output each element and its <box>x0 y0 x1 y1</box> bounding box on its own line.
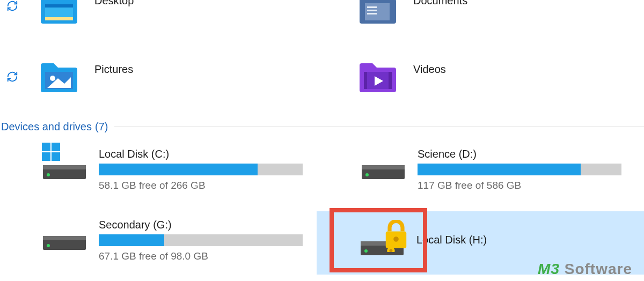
folder-item-documents[interactable]: Documents <box>358 0 467 31</box>
watermark-suffix: Software <box>560 261 632 277</box>
section-title: Devices and drives <box>1 121 92 133</box>
drive-free-text: 58.1 GB free of 266 GB <box>99 180 338 191</box>
drive-icon <box>360 224 405 258</box>
windows-badge-icon <box>42 143 61 162</box>
devices-drives-header[interactable]: Devices and drives (7) <box>1 121 644 133</box>
svg-rect-2 <box>45 17 73 20</box>
watermark-prefix: M3 <box>538 261 560 277</box>
svg-point-29 <box>364 249 368 253</box>
watermark: M3 Software <box>538 261 632 278</box>
svg-rect-22 <box>362 165 405 169</box>
section-rule <box>114 127 644 127</box>
folder-label: Videos <box>413 63 446 76</box>
refresh-icon[interactable] <box>6 3 18 14</box>
drive-capacity-bar <box>99 164 303 175</box>
documents-folder-icon <box>358 0 397 26</box>
pictures-folder-icon <box>40 62 78 94</box>
svg-rect-3 <box>365 3 390 20</box>
svg-rect-19 <box>43 165 86 169</box>
svg-rect-4 <box>367 6 377 8</box>
desktop-folder-icon <box>40 0 78 26</box>
drive-icon <box>361 148 406 182</box>
lock-icon <box>383 220 409 255</box>
svg-point-31 <box>393 236 399 242</box>
folder-label: Desktop <box>94 0 134 7</box>
drive-item-g[interactable]: Secondary (G:) 67.1 GB free of 98.0 GB <box>40 217 340 268</box>
svg-rect-25 <box>43 236 86 240</box>
drive-item-d[interactable]: Science (D:) 117 GB free of 586 GB <box>358 146 643 197</box>
svg-point-26 <box>47 244 50 247</box>
folder-label: Documents <box>413 0 467 7</box>
drive-free-text: 117 GB free of 586 GB <box>418 180 641 191</box>
svg-rect-15 <box>52 143 60 151</box>
svg-point-23 <box>365 173 369 176</box>
folder-label: Pictures <box>94 63 133 76</box>
drive-name: Secondary (G:) <box>99 219 338 231</box>
svg-rect-11 <box>364 72 367 89</box>
svg-rect-6 <box>367 13 377 14</box>
drive-icon <box>42 148 87 182</box>
drive-capacity-bar <box>99 234 303 246</box>
svg-rect-17 <box>52 152 60 161</box>
drive-free-text: 67.1 GB free of 98.0 GB <box>99 250 338 262</box>
drive-icon <box>42 219 87 253</box>
svg-rect-16 <box>42 152 50 161</box>
folder-item-desktop[interactable]: Desktop <box>40 0 134 31</box>
svg-rect-12 <box>389 72 392 89</box>
videos-folder-icon <box>358 62 397 94</box>
folder-item-videos[interactable]: Videos <box>358 62 446 100</box>
svg-rect-14 <box>42 143 50 151</box>
svg-rect-5 <box>367 10 377 11</box>
drive-name: Local Disk (H:) <box>416 234 642 246</box>
section-count: (7) <box>95 121 108 133</box>
folder-item-pictures[interactable]: Pictures <box>40 62 133 100</box>
drive-capacity-bar <box>418 164 621 175</box>
drive-item-c[interactable]: Local Disk (C:) 58.1 GB free of 266 GB <box>40 146 340 197</box>
refresh-icon[interactable] <box>6 73 18 85</box>
svg-point-20 <box>47 173 50 176</box>
svg-point-8 <box>50 76 55 81</box>
drive-name: Science (D:) <box>418 148 641 160</box>
drive-name: Local Disk (C:) <box>99 148 338 160</box>
svg-rect-1 <box>45 4 73 8</box>
